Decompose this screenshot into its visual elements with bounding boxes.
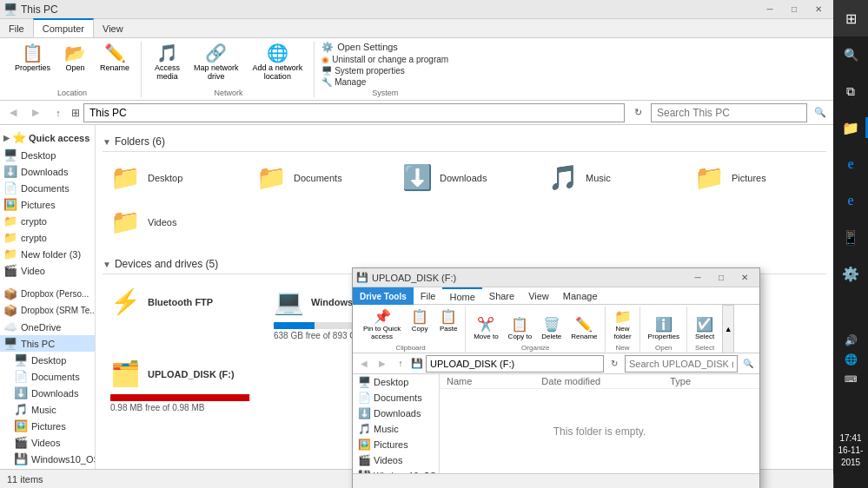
drive-f[interactable]: 🗂️ UPLOAD_DISK (F:) 0.98 MB free of 0.98… — [103, 353, 259, 419]
search-input[interactable] — [651, 103, 807, 122]
overlay-sidebar-desktop[interactable]: 🖥️ Desktop — [353, 374, 439, 390]
overlay-moveto-button[interactable]: ✂️ Move to — [469, 314, 502, 342]
sidebar-item-videos2[interactable]: 🎬 Videos — [0, 434, 95, 451]
search-button[interactable]: 🔍 — [811, 103, 830, 122]
drive-bluetooth[interactable]: ⚡ Bluetooth FTP — [103, 281, 259, 346]
overlay-ribbon-group-clipboard: 📌 Pin to Quickaccess 📋 Copy 📋 Paste Clip… — [356, 307, 466, 352]
rename-button[interactable]: ✏️ Rename — [94, 42, 136, 87]
tray-network-icon[interactable]: 🌐 — [842, 351, 859, 368]
taskbar-phone-button[interactable]: 📱 — [833, 219, 868, 255]
sidebar-item-win10os[interactable]: 💾 Windows10_OS — [0, 451, 95, 467]
folder-music[interactable]: 🎵 Music — [540, 159, 679, 196]
overlay-sidebar-videos[interactable]: 🎬 Videos — [353, 452, 439, 468]
overlay-rename-label: Rename — [571, 333, 597, 340]
overlay-close-button[interactable]: ✕ — [733, 270, 756, 286]
overlay-search-button[interactable]: 🔍 — [740, 356, 756, 372]
sidebar-item-thispc[interactable]: 🖥️ This PC — [0, 335, 95, 352]
taskbar-ie-button[interactable]: e — [833, 182, 868, 219]
taskbar-taskview-button[interactable]: ⧉ — [833, 73, 868, 109]
overlay-refresh-button[interactable]: ↻ — [606, 356, 622, 372]
open-button[interactable]: 📂 Open — [58, 42, 92, 87]
sidebar-item-pictures2[interactable]: 🖼️ Pictures — [0, 418, 95, 434]
tab-file[interactable]: File — [0, 19, 33, 37]
sidebar-item-documents2[interactable]: 📄 Documents — [0, 368, 95, 385]
taskbar-search-button[interactable]: 🔍 — [833, 36, 868, 73]
overlay-forward-button[interactable]: ▶ — [374, 356, 390, 372]
start-button[interactable]: ⊞ — [833, 0, 868, 36]
sidebar-item-crypto2[interactable]: 📁 crypto — [0, 229, 95, 246]
refresh-button[interactable]: ↻ — [628, 103, 647, 122]
properties-icon: 📋 — [22, 44, 43, 62]
tab-view[interactable]: View — [94, 19, 132, 37]
sidebar-item-video[interactable]: 🎬 Video — [0, 262, 95, 279]
maximize-button[interactable]: □ — [783, 2, 805, 17]
overlay-sidebar-music[interactable]: 🎵 Music — [353, 421, 439, 437]
overlay-copyto-button[interactable]: 📋 Copy to — [504, 314, 537, 342]
back-button[interactable]: ◀ — [3, 103, 23, 122]
access-media-button[interactable]: 🎵 Accessmedia — [149, 42, 186, 87]
address-input[interactable] — [83, 103, 625, 122]
system-clock[interactable]: 17:41 16-11-2015 — [833, 427, 868, 474]
overlay-paste-button[interactable]: 📋 Paste — [434, 307, 462, 342]
tray-keyboard-icon[interactable]: ⌨ — [842, 370, 859, 387]
folder-desktop[interactable]: 📁 Desktop — [103, 159, 242, 196]
overlay-back-button[interactable]: ◀ — [356, 356, 372, 372]
sidebar-item-dropbox2[interactable]: 📦 Dropbox (SRM Te... — [0, 302, 95, 319]
folder-downloads[interactable]: ⬇️ Downloads — [394, 159, 533, 196]
overlay-newfolder-button[interactable]: 📁 Newfolder — [609, 307, 637, 342]
overlay-copy-button[interactable]: 📋 Copy — [406, 307, 434, 342]
sidebar-item-onedrive[interactable]: ☁️ OneDrive — [0, 319, 95, 335]
overlay-tab-view[interactable]: View — [521, 287, 556, 304]
taskbar-explorer-button[interactable]: 📁 — [833, 109, 868, 146]
overlay-ribbon-expand-button[interactable]: ▲ — [722, 305, 734, 353]
up-button[interactable]: ↑ — [49, 103, 68, 122]
overlay-address-bar: ◀ ▶ ↑ 💾 ↻ 🔍 — [353, 353, 759, 374]
properties-button[interactable]: 📋 Properties — [9, 42, 56, 87]
sidebar-item-pictures[interactable]: 🖼️ Pictures — [0, 196, 95, 213]
overlay-sidebar-documents[interactable]: 📄 Documents — [353, 390, 439, 406]
drives-expand-icon: ▼ — [103, 260, 111, 269]
sidebar-item-crypto1[interactable]: 📁 crypto — [0, 213, 95, 229]
overlay-sidebar-pictures[interactable]: 🖼️ Pictures — [353, 437, 439, 452]
overlay-tab-file[interactable]: File — [414, 287, 443, 304]
overlay-tab-manage[interactable]: Manage — [556, 287, 605, 304]
overlay-tab-share[interactable]: Share — [482, 287, 521, 304]
quick-access-header[interactable]: ▶ ⭐ Quick access — [0, 129, 95, 147]
overlay-pin-button[interactable]: 📌 Pin to Quickaccess — [359, 307, 405, 342]
map-network-button[interactable]: 🔗 Map networkdrive — [188, 42, 245, 87]
taskbar-edge-button[interactable]: e — [833, 146, 868, 182]
overlay-rename-button[interactable]: ✏️ Rename — [567, 314, 601, 342]
sidebar-item-downloads[interactable]: ⬇️ Downloads — [0, 163, 95, 180]
forward-button[interactable]: ▶ — [26, 103, 45, 122]
sidebar-item-desktop[interactable]: 🖥️ Desktop — [0, 147, 95, 163]
add-network-button[interactable]: 🌐 Add a networklocation — [247, 42, 309, 87]
sidebar-item-dropbox1[interactable]: 📦 Dropbox (Perso... — [0, 286, 95, 302]
sidebar-item-desktop2[interactable]: 🖥️ Desktop — [0, 352, 95, 368]
folder-documents[interactable]: 📁 Documents — [248, 159, 388, 196]
overlay-minimize-button[interactable]: ─ — [686, 270, 709, 286]
tab-computer[interactable]: Computer — [33, 18, 94, 37]
sidebar-item-music[interactable]: 🎵 Music — [0, 401, 95, 418]
folder-pictures[interactable]: 📁 Pictures — [686, 159, 825, 196]
overlay-sidebar-downloads[interactable]: ⬇️ Downloads — [353, 406, 439, 421]
overlay-address-input[interactable] — [426, 355, 604, 373]
overlay-properties-button[interactable]: ℹ️ Properties — [644, 314, 684, 342]
overlay-tab-home[interactable]: Home — [442, 287, 481, 304]
overlay-up-button[interactable]: ↑ — [393, 356, 408, 372]
folders-section-header[interactable]: ▼ Folders (6) — [103, 132, 826, 152]
sidebar-item-newfolder[interactable]: 📁 New folder (3) — [0, 246, 95, 262]
folder-videos[interactable]: 📁 Videos — [103, 203, 242, 241]
status-items-count: 11 items — [7, 474, 43, 485]
show-desktop-button[interactable] — [833, 474, 868, 488]
overlay-search-input[interactable] — [625, 355, 738, 373]
sidebar-item-documents[interactable]: 📄 Documents — [0, 180, 95, 196]
minimize-button[interactable]: ─ — [759, 2, 781, 17]
overlay-maximize-button[interactable]: □ — [710, 270, 732, 286]
tray-volume-icon[interactable]: 🔊 — [842, 332, 859, 349]
overlay-select-button[interactable]: ☑️ Select — [691, 314, 719, 342]
overlay-sidebar-pictures-icon: 🖼️ — [358, 439, 371, 451]
close-button[interactable]: ✕ — [807, 2, 830, 17]
sidebar-item-downloads2[interactable]: ⬇️ Downloads — [0, 385, 95, 401]
taskbar-settings-button[interactable]: ⚙️ — [833, 255, 868, 292]
overlay-delete-button[interactable]: 🗑️ Delete — [537, 314, 566, 342]
